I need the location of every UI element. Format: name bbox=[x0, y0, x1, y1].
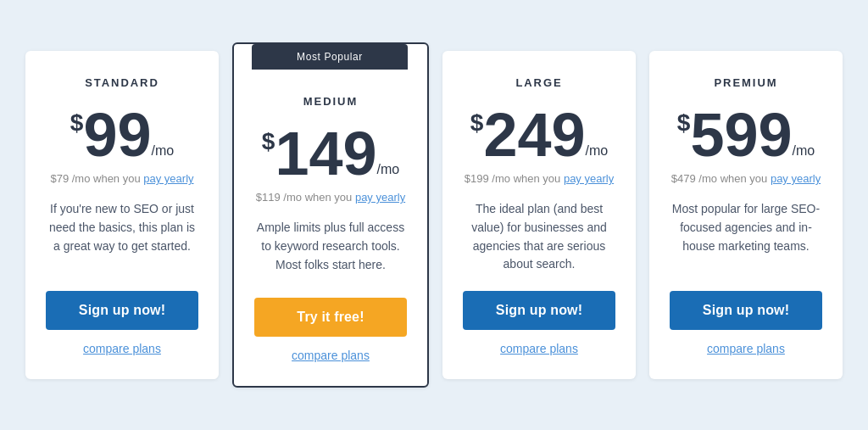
price-dollar-standard: $ bbox=[70, 111, 84, 135]
compare-plans-link-medium[interactable]: compare plans bbox=[292, 349, 370, 362]
plan-name-large: Large bbox=[515, 76, 562, 89]
price-yearly-standard: $79 /mo when you pay yearly bbox=[50, 172, 193, 185]
pay-yearly-link-standard[interactable]: pay yearly bbox=[143, 172, 193, 185]
price-row-medium: $ 149 /mo bbox=[262, 123, 399, 184]
plan-description-premium: Most popular for large SEO-focused agenc… bbox=[670, 200, 822, 272]
compare-plans-link-premium[interactable]: compare plans bbox=[707, 342, 785, 355]
plan-description-standard: If you're new to SEO or just need the ba… bbox=[46, 200, 198, 272]
plan-card-standard: Standard $ 99 /mo $79 /mo when you pay y… bbox=[25, 51, 219, 379]
signup-button-large[interactable]: Sign up now! bbox=[463, 291, 615, 330]
price-dollar-large: $ bbox=[470, 111, 484, 135]
signup-button-standard[interactable]: Sign up now! bbox=[46, 291, 198, 330]
compare-plans-link-large[interactable]: compare plans bbox=[500, 342, 578, 355]
plan-name-standard: Standard bbox=[85, 76, 159, 89]
price-dollar-premium: $ bbox=[677, 111, 691, 135]
try-free-button-medium[interactable]: Try it free! bbox=[254, 298, 407, 337]
price-period-standard: /mo bbox=[152, 143, 175, 159]
plan-description-medium: Ample limits plus full access to keyword… bbox=[254, 219, 407, 291]
price-amount-large: 249 bbox=[483, 104, 585, 165]
price-dollar-medium: $ bbox=[262, 130, 275, 154]
price-amount-premium: 599 bbox=[690, 104, 792, 165]
pay-yearly-link-medium[interactable]: pay yearly bbox=[355, 191, 405, 204]
pay-yearly-link-premium[interactable]: pay yearly bbox=[771, 172, 821, 185]
plan-card-large: Large $ 249 /mo $199 /mo when you pay ye… bbox=[442, 51, 636, 379]
price-row-large: $ 249 /mo bbox=[470, 104, 608, 165]
plan-name-medium: Medium bbox=[303, 95, 358, 108]
plan-card-medium: Most Popular Medium $ 149 /mo $119 /mo w… bbox=[232, 42, 429, 388]
compare-plans-link-standard[interactable]: compare plans bbox=[83, 342, 161, 355]
price-row-premium: $ 599 /mo bbox=[677, 104, 815, 165]
plan-name-premium: Premium bbox=[714, 76, 777, 89]
pricing-table: Standard $ 99 /mo $79 /mo when you pay y… bbox=[19, 51, 849, 379]
price-row-standard: $ 99 /mo bbox=[70, 104, 174, 165]
most-popular-badge: Most Popular bbox=[252, 44, 408, 70]
price-amount-standard: 99 bbox=[83, 104, 151, 165]
signup-button-premium[interactable]: Sign up now! bbox=[670, 291, 822, 330]
price-period-medium: /mo bbox=[377, 162, 400, 177]
plan-description-large: The ideal plan (and best value) for busi… bbox=[463, 200, 615, 291]
price-yearly-premium: $479 /mo when you pay yearly bbox=[671, 172, 821, 185]
price-period-large: /mo bbox=[586, 143, 609, 159]
price-amount-medium: 149 bbox=[275, 123, 376, 184]
plan-card-premium: Premium $ 599 /mo $479 /mo when you pay … bbox=[649, 51, 843, 379]
pay-yearly-link-large[interactable]: pay yearly bbox=[564, 172, 614, 185]
price-yearly-large: $199 /mo when you pay yearly bbox=[465, 172, 614, 185]
price-period-premium: /mo bbox=[793, 143, 815, 159]
price-yearly-medium: $119 /mo when you pay yearly bbox=[256, 191, 405, 204]
